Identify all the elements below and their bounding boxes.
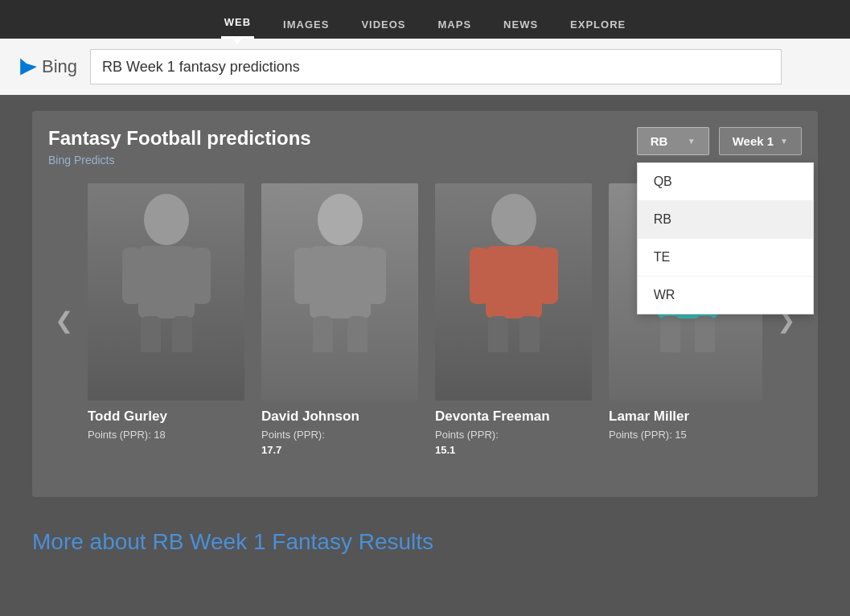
ff-title-block: Fantasy Football predictions Bing Predic… [48, 127, 311, 167]
bing-icon [16, 56, 37, 77]
svg-rect-10 [313, 316, 333, 352]
svg-rect-17 [519, 316, 540, 352]
player-name-2: David Johnson [261, 409, 359, 425]
week-dropdown-button[interactable]: Week 1 ▼ [719, 127, 802, 155]
svg-rect-13 [486, 246, 542, 318]
ff-card-subtitle: Bing Predicts [48, 154, 114, 166]
player-points-2: Points (PPR): 17.7 [261, 428, 325, 457]
svg-point-12 [491, 194, 536, 245]
main-content: Fantasy Football predictions Bing Predic… [0, 95, 850, 513]
svg-rect-15 [539, 248, 558, 304]
nav-images[interactable]: IMAGES [280, 10, 332, 39]
carousel-left-arrow[interactable]: ❮ [48, 291, 80, 350]
bottom-text-area: More about RB Week 1 Fantasy Results [0, 513, 850, 571]
svg-rect-11 [347, 316, 368, 352]
svg-rect-3 [191, 248, 211, 304]
player-photo-1 [88, 183, 244, 400]
bottom-headline: More about RB Week 1 Fantasy Results [32, 529, 433, 554]
svg-rect-9 [367, 248, 386, 304]
svg-rect-1 [138, 246, 195, 318]
svg-point-6 [318, 194, 363, 245]
search-input[interactable] [90, 49, 782, 84]
player-card-1: Todd Gurley Points (PPR): 18 [88, 183, 248, 458]
week-selected-label: Week 1 [733, 134, 774, 148]
position-option-rb[interactable]: RB [638, 201, 813, 239]
search-area: Bing [0, 39, 850, 95]
svg-rect-22 [660, 316, 680, 352]
ff-card-header: Fantasy Football predictions Bing Predic… [48, 127, 802, 167]
player-photo-2 [261, 183, 418, 400]
player-card-3: Devonta Freeman Points (PPR): 15.1 [435, 183, 596, 458]
player-points-1: Points (PPR): 18 [88, 428, 166, 442]
position-option-wr[interactable]: WR [638, 277, 813, 314]
position-option-te[interactable]: TE [638, 239, 813, 277]
svg-rect-23 [695, 316, 715, 352]
position-dropdown-button[interactable]: RB ▼ [637, 127, 709, 155]
bing-logo-text: Bing [42, 56, 77, 77]
player-points-4: Points (PPR): 15 [609, 428, 687, 442]
player-name-3: Devonta Freeman [435, 409, 550, 425]
fantasy-football-card: Fantasy Football predictions Bing Predic… [32, 111, 818, 497]
nav-explore[interactable]: EXPLORE [567, 10, 629, 39]
player-name-4: Lamar Miller [609, 409, 689, 425]
player-name-1: Todd Gurley [88, 409, 167, 425]
top-navigation: WEB IMAGES VIDEOS MAPS NEWS EXPLORE [0, 0, 850, 39]
svg-rect-16 [488, 316, 508, 352]
nav-maps[interactable]: MAPS [435, 10, 475, 39]
nav-videos[interactable]: VIDEOS [358, 10, 409, 39]
svg-point-0 [144, 194, 189, 245]
ff-card-title: Fantasy Football predictions [48, 127, 311, 150]
svg-rect-4 [141, 316, 161, 352]
nav-news[interactable]: NEWS [500, 10, 541, 39]
position-selected-label: RB [651, 134, 668, 148]
position-option-qb[interactable]: QB [638, 163, 813, 201]
player-card-2: David Johnson Points (PPR): 17.7 [261, 183, 422, 458]
svg-rect-14 [470, 248, 489, 304]
week-dropdown-caret: ▼ [780, 137, 788, 146]
svg-rect-5 [172, 316, 192, 352]
nav-web[interactable]: WEB [221, 8, 254, 39]
position-dropdown-menu: QB RB TE WR [637, 162, 814, 314]
position-dropdown-caret: ▼ [688, 137, 696, 146]
svg-rect-2 [122, 248, 142, 304]
svg-rect-8 [294, 248, 314, 304]
player-points-3: Points (PPR): 15.1 [435, 428, 499, 457]
svg-rect-7 [310, 246, 371, 318]
dropdown-area: RB ▼ QB RB TE WR Week 1 ▼ [637, 127, 802, 155]
player-photo-3 [435, 183, 592, 400]
bing-logo: Bing [16, 56, 77, 77]
position-dropdown-wrapper: RB ▼ QB RB TE WR [637, 127, 709, 155]
